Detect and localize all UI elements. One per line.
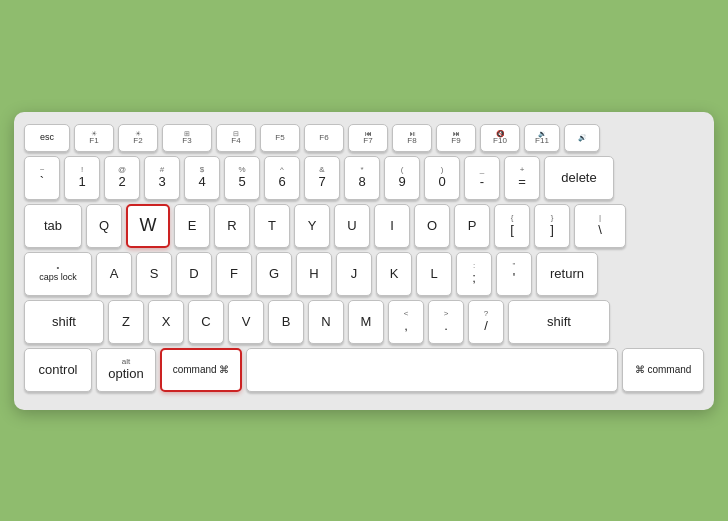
key-v-label: V: [242, 314, 251, 330]
key-d[interactable]: D: [176, 252, 212, 296]
key-period[interactable]: > .: [428, 300, 464, 344]
key-s[interactable]: S: [136, 252, 172, 296]
key-u-label: U: [347, 218, 356, 234]
key-q-label: Q: [99, 218, 109, 234]
key-3-top: #: [160, 166, 164, 174]
key-f12[interactable]: 🔊: [564, 124, 600, 152]
key-7[interactable]: & 7: [304, 156, 340, 200]
key-shift-right[interactable]: shift: [508, 300, 610, 344]
key-y[interactable]: Y: [294, 204, 330, 248]
key-spacebar[interactable]: [246, 348, 618, 392]
key-f8-label: F8: [407, 137, 416, 145]
key-b-label: B: [282, 314, 291, 330]
key-f1-label: F1: [89, 137, 98, 145]
key-f[interactable]: F: [216, 252, 252, 296]
key-semicolon[interactable]: : ;: [456, 252, 492, 296]
key-l[interactable]: L: [416, 252, 452, 296]
key-k[interactable]: K: [376, 252, 412, 296]
key-f3-label: F3: [182, 137, 191, 145]
key-option-left[interactable]: alt option: [96, 348, 156, 392]
key-j[interactable]: J: [336, 252, 372, 296]
key-3[interactable]: # 3: [144, 156, 180, 200]
key-j-label: J: [351, 266, 358, 282]
key-slash-top: ?: [484, 310, 488, 318]
key-f3[interactable]: ⊞ F3: [162, 124, 212, 152]
key-6[interactable]: ^ 6: [264, 156, 300, 200]
key-f5[interactable]: F5: [260, 124, 300, 152]
key-control[interactable]: control: [24, 348, 92, 392]
key-backspace[interactable]: delete: [544, 156, 614, 200]
key-g[interactable]: G: [256, 252, 292, 296]
key-1-main: 1: [78, 174, 85, 190]
key-e[interactable]: E: [174, 204, 210, 248]
key-y-label: Y: [308, 218, 317, 234]
key-o[interactable]: O: [414, 204, 450, 248]
key-8[interactable]: * 8: [344, 156, 380, 200]
key-tilde-main: `: [40, 174, 44, 190]
key-f5-label: F5: [275, 134, 284, 142]
key-h-label: H: [309, 266, 318, 282]
key-v[interactable]: V: [228, 300, 264, 344]
key-8-top: *: [360, 166, 363, 174]
key-w[interactable]: W: [126, 204, 170, 248]
key-m[interactable]: M: [348, 300, 384, 344]
key-i[interactable]: I: [374, 204, 410, 248]
key-q[interactable]: Q: [86, 204, 122, 248]
key-equals[interactable]: + =: [504, 156, 540, 200]
key-4[interactable]: $ 4: [184, 156, 220, 200]
key-x[interactable]: X: [148, 300, 184, 344]
key-p[interactable]: P: [454, 204, 490, 248]
key-equals-top: +: [520, 166, 525, 174]
key-minus[interactable]: _ -: [464, 156, 500, 200]
key-u[interactable]: U: [334, 204, 370, 248]
key-2[interactable]: @ 2: [104, 156, 140, 200]
key-quote-top: ": [513, 262, 516, 270]
key-b[interactable]: B: [268, 300, 304, 344]
key-f10[interactable]: 🔇 F10: [480, 124, 520, 152]
key-tab[interactable]: tab: [24, 204, 82, 248]
key-n[interactable]: N: [308, 300, 344, 344]
key-f9-label: F9: [451, 137, 460, 145]
key-br-main: ]: [550, 222, 554, 238]
key-f6[interactable]: F6: [304, 124, 344, 152]
zxcv-key-row: shift Z X C V B N M < , > .: [24, 300, 704, 344]
key-r[interactable]: R: [214, 204, 250, 248]
key-shift-left[interactable]: shift: [24, 300, 104, 344]
key-period-top: >: [444, 310, 449, 318]
key-i-label: I: [390, 218, 394, 234]
key-f6-label: F6: [319, 134, 328, 142]
key-0[interactable]: ) 0: [424, 156, 460, 200]
key-9-top: (: [401, 166, 404, 174]
key-f2[interactable]: ☀ F2: [118, 124, 158, 152]
key-comma[interactable]: < ,: [388, 300, 424, 344]
key-f11[interactable]: 🔉 F11: [524, 124, 560, 152]
key-f8[interactable]: ⏯ F8: [392, 124, 432, 152]
key-esc-label: esc: [40, 132, 54, 143]
key-h[interactable]: H: [296, 252, 332, 296]
key-2-main: 2: [118, 174, 125, 190]
key-slash[interactable]: ? /: [468, 300, 504, 344]
key-f1[interactable]: ☀ F1: [74, 124, 114, 152]
key-tilde[interactable]: ~ `: [24, 156, 60, 200]
key-t[interactable]: T: [254, 204, 290, 248]
key-bracket-left[interactable]: { [: [494, 204, 530, 248]
key-f7[interactable]: ⏮ F7: [348, 124, 388, 152]
key-return[interactable]: return: [536, 252, 598, 296]
key-command-left[interactable]: command ⌘: [160, 348, 242, 392]
key-f4[interactable]: ⊟ F4: [216, 124, 256, 152]
key-esc[interactable]: esc: [24, 124, 70, 152]
key-1[interactable]: ! 1: [64, 156, 100, 200]
key-bracket-right[interactable]: } ]: [534, 204, 570, 248]
key-backslash[interactable]: | \: [574, 204, 626, 248]
key-caps-lock[interactable]: • caps lock: [24, 252, 92, 296]
key-f10-label: F10: [493, 137, 507, 145]
key-f9[interactable]: ⏭ F9: [436, 124, 476, 152]
key-command-right[interactable]: ⌘ command: [622, 348, 704, 392]
key-9[interactable]: ( 9: [384, 156, 420, 200]
key-z[interactable]: Z: [108, 300, 144, 344]
key-quote[interactable]: " ': [496, 252, 532, 296]
key-a[interactable]: A: [96, 252, 132, 296]
key-2-top: @: [118, 166, 126, 174]
key-c[interactable]: C: [188, 300, 224, 344]
key-5[interactable]: % 5: [224, 156, 260, 200]
